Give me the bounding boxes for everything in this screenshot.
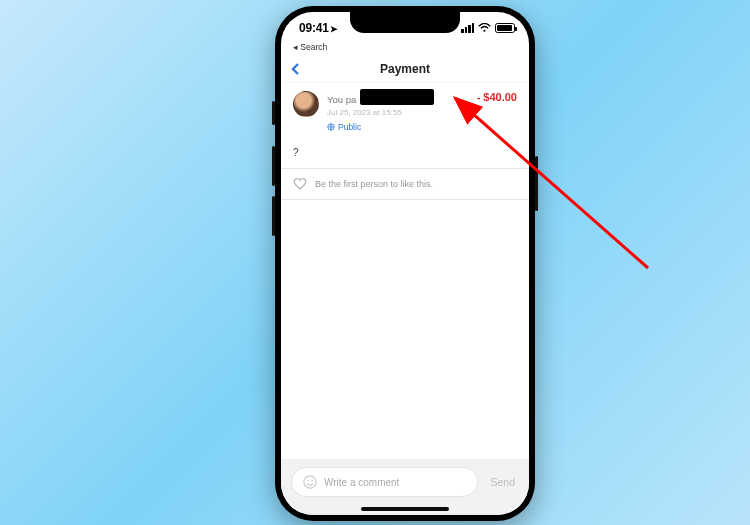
power-button [535,156,538,211]
svg-point-4 [311,480,313,482]
globe-icon [327,123,335,131]
heart-icon [293,177,307,191]
screen: 09:41 ➤ ◂ Search Payment [281,12,529,515]
privacy-selector[interactable]: Public [327,122,361,132]
svg-point-3 [307,480,309,482]
send-button[interactable]: Send [486,476,519,488]
privacy-label: Public [338,122,361,132]
comment-bar: Send [281,459,529,515]
volume-up-button [272,146,275,186]
like-row[interactable]: Be the first person to like this. [281,169,529,199]
location-icon: ➤ [330,24,338,34]
transaction-timestamp: Jul 25, 2023 at 15:55 [327,108,517,117]
svg-point-2 [304,476,316,488]
svg-point-0 [483,30,485,32]
emoji-icon[interactable] [302,474,318,490]
battery-icon [495,23,515,33]
transaction-note: ? [281,141,529,168]
volume-mute-switch [272,101,275,125]
page-title: Payment [380,62,430,76]
transaction-row: You pa Jul 25, 2023 at 15:55 Public - $4… [281,83,529,141]
cellular-signal-icon [461,23,474,33]
divider [281,199,529,200]
notch [350,12,460,33]
content-area: You pa Jul 25, 2023 at 15:55 Public - $4… [281,83,529,515]
home-indicator[interactable] [361,507,449,511]
transaction-amount: - $40.00 [477,91,517,103]
back-button[interactable] [289,62,303,76]
you-paid-label: You pa [327,94,356,105]
nav-header: Payment [281,55,529,83]
comment-input[interactable] [324,477,467,488]
redacted-recipient [360,89,434,105]
like-prompt-text: Be the first person to like this. [315,179,433,189]
phone-frame: 09:41 ➤ ◂ Search Payment [275,6,535,521]
comment-input-wrap[interactable] [291,467,478,497]
status-left: 09:41 ➤ [299,21,338,35]
volume-down-button [272,196,275,236]
wifi-icon [478,23,491,33]
status-right [461,23,515,33]
status-time: 09:41 [299,21,329,35]
avatar[interactable] [293,91,319,117]
